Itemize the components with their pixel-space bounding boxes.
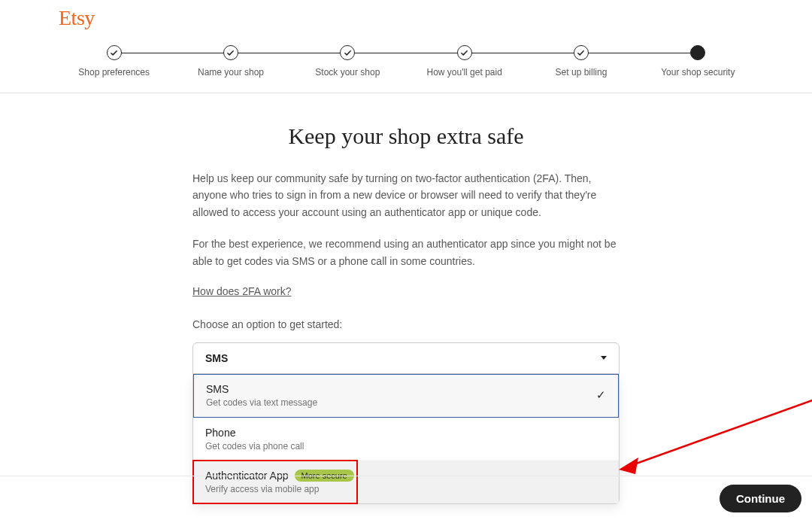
onboarding-stepper: Shop preferencesName your shopStock your…	[0, 45, 812, 93]
option-description: Get codes via text message	[206, 397, 317, 408]
option-title: Phone	[205, 427, 304, 439]
step-check-icon	[457, 45, 472, 60]
select-header[interactable]: SMS	[192, 342, 620, 374]
check-icon: ✓	[596, 388, 606, 402]
footer-separator	[0, 476, 812, 476]
option-phone[interactable]: PhoneGet codes via phone call	[193, 418, 619, 461]
option-authenticator-app[interactable]: Authenticator AppMore secureVerify acces…	[193, 461, 619, 503]
option-sms[interactable]: SMSGet codes via text message✓	[193, 374, 619, 418]
select-current-value: SMS	[205, 352, 228, 364]
continue-button[interactable]: Continue	[720, 485, 801, 512]
step-check-icon	[574, 45, 589, 60]
step-check-icon	[340, 45, 355, 60]
step-label: Name your shop	[198, 67, 264, 78]
step-shop-preferences[interactable]: Shop preferences	[56, 45, 172, 78]
option-description: Verify access via mobile app	[205, 484, 354, 494]
annotation-arrow	[611, 378, 812, 491]
step-set-up-billing[interactable]: Set up billing	[523, 45, 639, 78]
step-name-your-shop[interactable]: Name your shop	[172, 45, 289, 78]
step-label: Shop preferences	[78, 67, 150, 78]
step-check-icon	[107, 45, 122, 60]
step-check-icon	[223, 45, 238, 60]
step-label: Stock your shop	[315, 67, 380, 78]
option-title: SMS	[206, 383, 317, 395]
step-label: How you'll get paid	[426, 67, 501, 78]
choose-option-label: Choose an option to get started:	[192, 318, 620, 330]
step-connector	[114, 53, 231, 53]
step-connector	[347, 53, 464, 53]
step-label: Your shop security	[661, 67, 735, 78]
step-current-icon	[690, 45, 705, 60]
step-your-shop-security[interactable]: Your shop security	[640, 45, 756, 78]
step-connector	[581, 53, 698, 53]
how-2fa-works-link[interactable]: How does 2FA work?	[192, 285, 292, 297]
step-how-you-ll-get-paid[interactable]: How you'll get paid	[406, 45, 523, 78]
step-connector	[231, 53, 347, 53]
chevron-down-icon	[601, 356, 607, 360]
svg-line-0	[628, 381, 812, 467]
select-options-list: SMSGet codes via text message✓PhoneGet c…	[192, 374, 620, 504]
page-title: Keep your shop extra safe	[192, 123, 620, 149]
step-label: Set up billing	[556, 67, 607, 78]
main-content: Keep your shop extra safe Help us keep o…	[180, 123, 632, 504]
step-stock-your-shop[interactable]: Stock your shop	[289, 45, 406, 78]
two-fa-method-select: SMS SMSGet codes via text message✓PhoneG…	[192, 342, 620, 504]
intro-paragraph-1: Help us keep our community safe by turni…	[192, 170, 620, 220]
option-description: Get codes via phone call	[205, 441, 304, 452]
step-connector	[465, 53, 581, 53]
brand-logo[interactable]: Etsy	[0, 0, 812, 35]
intro-paragraph-2: For the best experience, we recommend us…	[192, 236, 620, 269]
